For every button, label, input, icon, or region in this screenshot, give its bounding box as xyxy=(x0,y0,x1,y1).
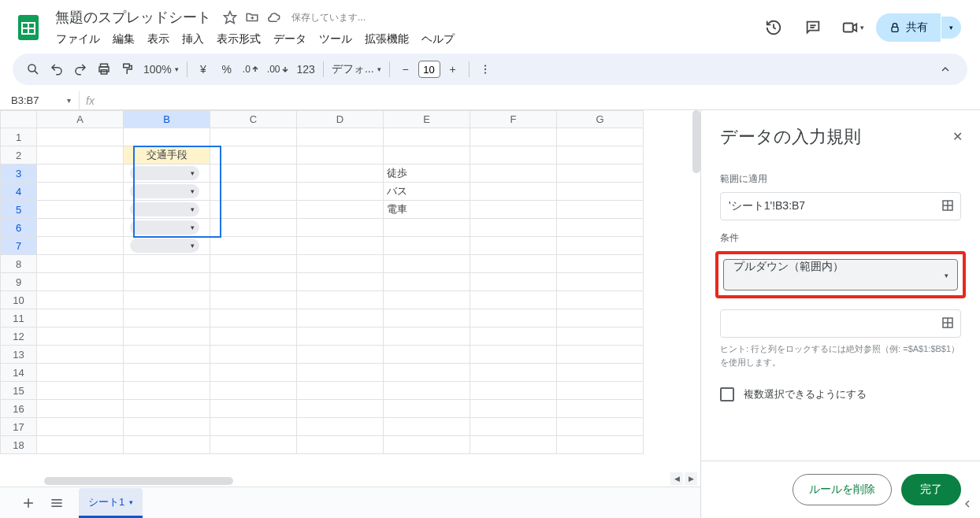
cell-E5[interactable]: 電車 xyxy=(384,201,470,219)
search-icon[interactable] xyxy=(22,58,44,80)
col-header-E[interactable]: E xyxy=(384,111,470,128)
cell-B11[interactable] xyxy=(124,309,210,327)
cell-A16[interactable] xyxy=(37,400,124,418)
row-header-12[interactable]: 12 xyxy=(1,327,37,346)
cell-F9[interactable] xyxy=(470,273,557,291)
collapse-toolbar-icon[interactable] xyxy=(934,58,956,80)
side-panel-toggle-icon[interactable] xyxy=(958,494,977,513)
cell-A18[interactable] xyxy=(37,436,124,454)
cell-B18[interactable] xyxy=(124,436,210,454)
move-folder-icon[interactable] xyxy=(244,9,260,25)
cell-D13[interactable] xyxy=(297,346,384,364)
cell-A11[interactable] xyxy=(37,309,124,327)
cell-F4[interactable] xyxy=(470,183,557,201)
history-icon[interactable] xyxy=(758,12,789,43)
meet-icon[interactable]: ▾ xyxy=(837,12,868,43)
row-header-17[interactable]: 17 xyxy=(1,418,37,436)
cell-G1[interactable] xyxy=(557,128,644,146)
close-icon[interactable]: ✕ xyxy=(948,124,967,149)
cell-E13[interactable] xyxy=(384,346,470,364)
menu-tools[interactable]: ツール xyxy=(314,31,358,48)
cell-F7[interactable] xyxy=(470,237,557,255)
sheet-tab-menu-icon[interactable]: ▾ xyxy=(129,498,133,506)
menu-view[interactable]: 表示 xyxy=(142,31,175,48)
cell-E10[interactable] xyxy=(384,291,470,309)
cell-E16[interactable] xyxy=(384,400,470,418)
cell-C16[interactable] xyxy=(210,400,297,418)
row-header-5[interactable]: 5 xyxy=(1,201,37,219)
currency-format[interactable]: ¥ xyxy=(192,58,214,80)
dropdown-chip[interactable]: ▾ xyxy=(130,220,199,235)
cell-F17[interactable] xyxy=(470,418,557,436)
cell-B15[interactable] xyxy=(124,382,210,400)
paint-format-icon[interactable] xyxy=(117,58,139,80)
cell-B2[interactable]: 交通手段 xyxy=(124,146,210,165)
sheet-tab-1[interactable]: シート1 ▾ xyxy=(79,488,143,518)
increase-decimal[interactable]: .00 xyxy=(264,58,292,80)
cell-G3[interactable] xyxy=(557,165,644,183)
cell-B6[interactable]: ▾ xyxy=(124,219,210,237)
cell-C6[interactable] xyxy=(210,219,297,237)
cell-B9[interactable] xyxy=(124,273,210,291)
decrease-decimal[interactable]: .0 xyxy=(239,58,262,80)
select-all-corner[interactable] xyxy=(1,111,37,128)
col-header-D[interactable]: D xyxy=(297,111,384,128)
cell-C8[interactable] xyxy=(210,255,297,273)
cell-F14[interactable] xyxy=(470,364,557,382)
name-box[interactable]: B3:B7 ▾ xyxy=(11,94,79,106)
col-header-F[interactable]: F xyxy=(470,111,557,128)
menu-extensions[interactable]: 拡張機能 xyxy=(359,31,414,48)
cell-B14[interactable] xyxy=(124,364,210,382)
cell-C12[interactable] xyxy=(210,327,297,346)
row-header-16[interactable]: 16 xyxy=(1,400,37,418)
dropdown-chip[interactable]: ▾ xyxy=(130,202,199,216)
undo-icon[interactable] xyxy=(46,58,68,80)
cell-F2[interactable] xyxy=(470,146,557,165)
cell-F1[interactable] xyxy=(470,128,557,146)
font-select[interactable]: デフォ... ▾ xyxy=(329,58,384,80)
cell-A4[interactable] xyxy=(37,183,124,201)
scroll-right-icon[interactable]: ▶ xyxy=(685,472,697,485)
cell-C9[interactable] xyxy=(210,273,297,291)
cell-B13[interactable] xyxy=(124,346,210,364)
range-input[interactable] xyxy=(720,192,961,220)
cell-B5[interactable]: ▾ xyxy=(124,201,210,219)
row-header-4[interactable]: 4 xyxy=(1,183,37,201)
cell-G16[interactable] xyxy=(557,400,644,418)
print-icon[interactable] xyxy=(93,58,115,80)
scroll-left-icon[interactable]: ◀ xyxy=(670,472,683,485)
cell-D8[interactable] xyxy=(297,255,384,273)
cell-E17[interactable] xyxy=(384,418,470,436)
cell-D4[interactable] xyxy=(297,183,384,201)
cell-E1[interactable] xyxy=(384,128,470,146)
font-size-increase[interactable]: + xyxy=(442,58,464,80)
cell-F5[interactable] xyxy=(470,201,557,219)
cell-A7[interactable] xyxy=(37,237,124,255)
redo-icon[interactable] xyxy=(69,58,91,80)
cell-G17[interactable] xyxy=(557,418,644,436)
number-format[interactable]: 123 xyxy=(294,58,318,80)
cell-A5[interactable] xyxy=(37,201,124,219)
cell-D7[interactable] xyxy=(297,237,384,255)
row-header-9[interactable]: 9 xyxy=(1,273,37,291)
col-header-A[interactable]: A xyxy=(37,111,124,128)
cell-C18[interactable] xyxy=(210,436,297,454)
cell-D18[interactable] xyxy=(297,436,384,454)
cell-E18[interactable] xyxy=(384,436,470,454)
cell-B1[interactable] xyxy=(124,128,210,146)
cell-D5[interactable] xyxy=(297,201,384,219)
percent-format[interactable]: % xyxy=(216,58,238,80)
cell-E15[interactable] xyxy=(384,382,470,400)
cell-A13[interactable] xyxy=(37,346,124,364)
cell-C11[interactable] xyxy=(210,309,297,327)
cell-B7[interactable]: ▾ xyxy=(124,237,210,255)
col-header-G[interactable]: G xyxy=(557,111,644,128)
cell-G11[interactable] xyxy=(557,309,644,327)
cell-G12[interactable] xyxy=(557,327,644,346)
cell-B10[interactable] xyxy=(124,291,210,309)
cell-D17[interactable] xyxy=(297,418,384,436)
comment-icon[interactable] xyxy=(797,12,829,43)
cell-A2[interactable] xyxy=(37,146,124,165)
cell-G5[interactable] xyxy=(557,201,644,219)
star-icon[interactable] xyxy=(222,9,238,25)
